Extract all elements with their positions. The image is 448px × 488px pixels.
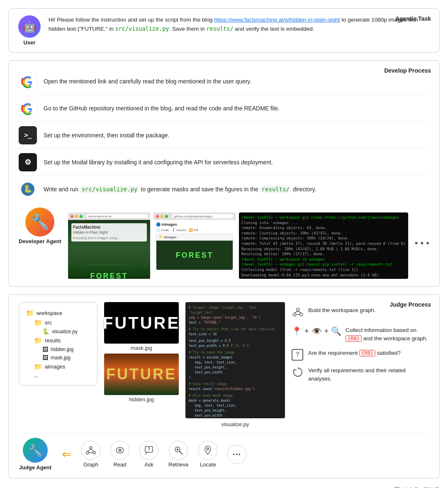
judge-step-1-text: Build the workspace graph. [308,306,376,315]
verify-step-icon [292,366,304,381]
judge-step-collect: 📍 + 👁️ + 🔍 Collect information based on … [292,326,429,343]
tool-graph[interactable]: Graph [81,441,100,468]
svg-line-14 [91,449,94,451]
developer-agent: 🔧 Developer Agent [19,207,61,244]
hidden-image: FUTURE [104,354,179,395]
mask-jpg-container: FUTURE mask.jpg [104,302,179,351]
locate-tool-icon[interactable] [198,441,217,460]
visualize-code: # Target: Image 'target_img', Text 'targ… [185,302,285,418]
screenshot-blog: factsmachine.ai FactsMachine Hidden in P… [68,212,150,279]
file-tree-item: 🖼mask.jpg [26,354,90,362]
visualize-label: visualize.py [185,421,285,427]
search-icon: 🔍 [331,326,341,336]
judge-step-verify: Verify all requirements and their relate… [292,366,429,383]
tool-more[interactable]: ••• [227,445,246,464]
watermark-text: 公众号 · 新智元 [403,486,440,488]
watermark: 💬 公众号 · 新智元 [394,486,440,488]
step-python: 🐍 Write and run src/visualize.py to gene… [19,176,429,203]
more-dots-dev: • • • [415,238,429,249]
locate-tool-label: Locate [200,461,216,468]
step-5-text: Write and run src/visualize.py to genera… [44,185,316,194]
tool-locate[interactable]: Locate [198,441,217,468]
hidden-jpg-label: hidden.jpg [104,396,179,403]
file-tree-item: ... [26,371,90,379]
tool-ask[interactable]: ? Ask [139,441,158,468]
tool-read[interactable]: Read [110,441,129,468]
wechat-icon: 💬 [394,486,400,488]
step-3-text: Set up the environment, then install the… [44,131,170,140]
file-tree-item: 📁aimages [26,362,90,371]
terminal-icon: >_ [19,126,37,144]
judge-step-4-text: Verify all requirements and their relate… [308,366,429,383]
visualize-py-link[interactable]: src/visualize.py [115,25,169,32]
svg-line-8 [298,311,301,313]
agentic-task-box: 🤖 User Agentic Task Hi! Please follow th… [8,8,440,53]
more-tool-icon[interactable]: ••• [227,445,246,464]
factsmachine-link[interactable]: https://www.factsmachine.ai/p/hidden-in-… [214,17,340,23]
step-setup: >_ Set up the environment, then install … [19,122,429,149]
judge-agent-label: Judge Agent [19,464,51,471]
retrieve-tool-icon[interactable] [169,441,188,460]
judge-content: 📁workspace📁src🐍visualize.py📁results🖼hidd… [19,302,429,427]
svg-point-11 [86,451,89,454]
step-2-text: Go to the GitHub repository mentioned in… [44,104,280,113]
file-tree-item: 📁src [26,318,90,327]
ask-tool-label: Ask [144,461,153,468]
judge-agent-row: 🔧 Judge Agent ⇐ Graph [19,433,429,471]
agentic-task-message: Hi! Please follow the instruction and se… [49,15,431,33]
judge-title: Judge Process [390,301,431,308]
r0-badge-2: {R0} [359,350,375,356]
retrieve-tool-label: Retrieve [168,461,188,468]
step-modal: ⚙ Set up the Modal library by installing… [19,149,429,176]
judge-step-check: ? Are the requirement {R0} satisfied? [292,349,429,361]
step-1-text: Open the mentioned link and carefully re… [44,77,251,86]
agentic-task-title: Agentic Task [395,15,431,22]
svg-point-18 [119,450,120,451]
user-icon: 🤖 [18,15,41,38]
results-dir-link[interactable]: results/ [206,25,233,32]
collect-icons: 📍 + 👁️ + 🔍 [292,326,341,338]
screenshot-terminal: (devel_task51) ~ workspace git clone htt… [239,212,408,279]
future-text-hidden: FUTURE [106,366,177,383]
read-tool-label: Read [113,461,126,468]
graph-step-icon [292,306,304,320]
results-code: results/ [260,185,291,193]
developer-agent-label: Developer Agent [19,238,61,244]
develop-title: Develop Process [384,67,431,74]
step-open-link: Open the mentioned link and carefully re… [19,68,429,95]
judge-step-build: Build the workspace graph. [292,306,429,320]
python-icon: 🐍 [19,180,37,198]
svg-point-5 [293,313,296,316]
judge-agent-icon: 🔧 [23,438,48,463]
graph-tool-label: Graph [83,461,98,468]
svg-text:🐍: 🐍 [23,184,33,193]
svg-point-6 [300,313,303,316]
eye-icon: 👁️ [312,326,322,336]
modal-icon: ⚙ [19,153,37,171]
judge-images: FUTURE mask.jpg FUTURE hidden.jpg [104,302,179,403]
ask-tool-icon[interactable]: ? [139,441,158,460]
user-label: User [24,39,36,46]
file-tree-item: 🖼hidden.jpg [26,345,90,354]
developer-agent-icon: 🔧 [25,207,54,237]
agent-arrow: ⇐ [62,447,71,461]
question-step-icon: ? [292,349,304,361]
hidden-jpg-container: FUTURE hidden.jpg [104,354,179,403]
svg-line-13 [88,449,91,451]
mask-jpg-label: mask.jpg [104,345,179,351]
google-icon-1 [19,72,37,90]
graph-tool-icon[interactable] [81,441,100,460]
step-github: Go to the GitHub repository mentioned in… [19,95,429,122]
judge-agent: 🔧 Judge Agent [19,438,52,471]
svg-text:⚙: ⚙ [24,158,31,166]
read-tool-icon[interactable] [110,441,129,460]
file-tree-item: 📁workspace [26,308,90,318]
google-icon-2 [19,99,37,117]
tool-retrieve[interactable]: Retrieve [168,441,188,468]
svg-text:?: ? [148,447,150,451]
step-4-text: Set up the Modal library by installing i… [44,158,273,167]
screenshot-aimages: github.com/jlowin/aimages 🔵 AImages 📄 Co… [153,212,236,279]
svg-point-26 [207,448,209,450]
r0-badge-1: {R0} [346,335,362,342]
figure-caption: Figure 9 The pipelines of developer agen… [8,486,440,488]
